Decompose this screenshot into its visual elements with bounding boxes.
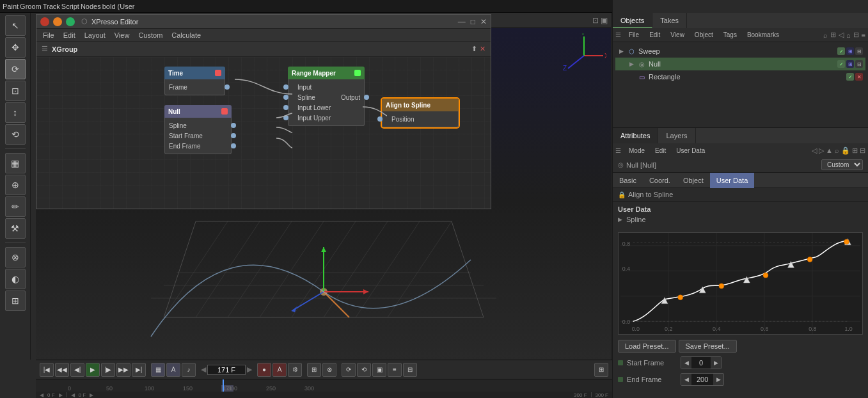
node-time[interactable]: Time Frame [164, 67, 225, 95]
extra-btn-6[interactable]: ≡ [388, 363, 402, 377]
prev-arrow-icon[interactable]: ◀ [201, 365, 206, 374]
port-spline-dot[interactable] [231, 123, 236, 128]
sweep-vis-btn[interactable]: ✓ [837, 47, 845, 55]
attr-search-icon[interactable]: ⌕ [835, 147, 839, 154]
key-btn[interactable]: A [272, 363, 287, 377]
attr-menu-userdata[interactable]: User Data [672, 147, 709, 154]
nav-track[interactable]: Track [43, 3, 60, 10]
nav-script[interactable]: Script [61, 3, 79, 10]
port-input-upper-dot[interactable] [283, 115, 288, 120]
save-preset-button[interactable]: Save Preset... [679, 340, 737, 353]
attr-extra-icon[interactable]: ⊞ [852, 147, 858, 155]
attr-menu-icon[interactable]: ☰ [615, 147, 621, 154]
start-frame-increment[interactable]: ▶ [711, 357, 721, 369]
tool-magnet[interactable]: ⊗ [5, 247, 26, 267]
objects-search-icon[interactable]: ⌕ [823, 31, 828, 39]
objects-extra-icon[interactable]: ⊞ [830, 31, 836, 39]
xpresso-menu-view[interactable]: View [111, 29, 134, 42]
fv-right-arrow1[interactable]: ▶ [59, 392, 63, 398]
nav-nodes[interactable]: Nodes [81, 3, 101, 10]
port-frame-dot[interactable] [225, 84, 230, 90]
null-lock-btn[interactable]: ⊟ [855, 60, 863, 68]
null-link-btn[interactable]: ⊞ [846, 60, 854, 68]
playhead-indicator[interactable] [223, 379, 224, 392]
tab-object[interactable]: Object [677, 173, 710, 188]
start-frame-decrement[interactable]: ◀ [681, 357, 691, 369]
nav-groom[interactable]: Groom [20, 3, 42, 10]
extra-btn-5[interactable]: ▣ [372, 363, 386, 377]
extra-btn-1[interactable]: ⊞ [307, 363, 321, 377]
objects-menu-icon[interactable]: ☰ [615, 31, 621, 38]
mode-btn-1[interactable]: ▦ [151, 363, 165, 377]
tab-objects[interactable]: Objects [613, 13, 652, 28]
load-preset-button[interactable]: Load Preset... [618, 340, 676, 353]
play-btn[interactable]: ▶ [86, 363, 100, 377]
mode-btn-3[interactable]: ♪ [182, 363, 196, 377]
tool-add[interactable]: ⊕ [5, 175, 26, 195]
tab-coord[interactable]: Coord. [643, 173, 677, 188]
frame-counter[interactable]: 171 F [207, 365, 246, 375]
window-max-btn[interactable] [66, 17, 75, 26]
port-startframe-dot[interactable] [231, 133, 236, 138]
tool-mirror[interactable]: ↕ [5, 102, 26, 123]
attr-menu-edit[interactable]: Edit [651, 147, 670, 154]
tool-select[interactable]: ↖ [5, 15, 26, 36]
next-key-btn[interactable]: ▶▶ [116, 363, 130, 377]
prev-key-btn[interactable]: ◀◀ [55, 363, 69, 377]
end-frame-increment[interactable]: ▶ [713, 374, 723, 385]
tab-attributes[interactable]: Attributes [613, 128, 658, 143]
null-vis-btn[interactable]: ✓ [837, 60, 845, 68]
tab-basic[interactable]: Basic [613, 173, 643, 188]
window-close-btn[interactable] [40, 17, 49, 26]
objects-home-icon[interactable]: ⌂ [846, 31, 851, 39]
record-btn[interactable]: ● [257, 363, 271, 377]
extra-right-btn[interactable]: ⊞ [594, 363, 608, 377]
nav-bold-user[interactable]: bold (User [102, 3, 135, 10]
attr-menu-mode[interactable]: Mode [625, 147, 649, 154]
objects-filter-icon[interactable]: ⊟ [853, 31, 859, 39]
nav-paint[interactable]: Paint [3, 3, 19, 10]
xpresso-menu-edit[interactable]: Edit [59, 29, 79, 42]
rect-vis-btn[interactable]: ✓ [846, 73, 854, 81]
port-input-lower-dot[interactable] [283, 105, 288, 110]
obj-menu-object[interactable]: Object [691, 31, 717, 38]
xpresso-canvas[interactable]: Time Frame Null Spline [36, 57, 491, 209]
xpresso-menu-calculate[interactable]: Calculate [168, 29, 205, 42]
win-maximize-icon[interactable]: □ [471, 17, 475, 26]
tool-rotate[interactable]: ⟳ [5, 59, 26, 79]
xgroup-close-icon[interactable]: ✕ [480, 45, 485, 53]
prev-frame-btn[interactable]: ◀| [70, 363, 84, 377]
extra-btn-4[interactable]: ⟲ [357, 363, 371, 377]
tree-item-null[interactable]: ▶ ◎ Null ✓ ⊞ ⊟ [615, 58, 865, 70]
win-close-icon[interactable]: ✕ [480, 17, 487, 26]
port-spline-rm-dot[interactable] [283, 95, 288, 100]
xpresso-menu-file[interactable]: File [39, 29, 58, 42]
next-frame-btn[interactable]: |▶ [101, 363, 115, 377]
next-arrow-icon[interactable]: ▶ [247, 365, 252, 374]
fv-right-arrow2[interactable]: ▶ [90, 392, 93, 398]
viewport-render-icon[interactable]: ▣ [601, 16, 608, 25]
objects-back-icon[interactable]: ◁ [839, 31, 844, 39]
attr-lock-icon[interactable]: 🔒 [841, 147, 850, 155]
tree-item-rectangle[interactable]: ▭ Rectangle ✓ ✕ [615, 70, 865, 83]
ruler-marks-container[interactable]: 0 50 100 150 171 200 250 300 [68, 379, 612, 392]
objects-list-icon[interactable]: ≡ [862, 31, 865, 39]
tree-item-sweep[interactable]: ▶ ⬡ Sweep ✓ ⊞ ⊟ [615, 45, 865, 58]
attr-extra2-icon[interactable]: ⊟ [860, 147, 865, 155]
settings-btn[interactable]: ⚙ [288, 363, 302, 377]
sweep-expand[interactable]: ▶ [618, 48, 624, 54]
attr-back-icon[interactable]: ◁ [812, 147, 817, 155]
rect-del-btn[interactable]: ✕ [855, 73, 863, 81]
extra-btn-3[interactable]: ⟳ [342, 363, 356, 377]
tool-extra[interactable]: ⊞ [5, 291, 26, 311]
win-minimize-icon[interactable]: — [458, 17, 466, 26]
goto-start-btn[interactable]: |◀ [40, 363, 54, 377]
extra-btn-7[interactable]: ⊟ [403, 363, 417, 377]
tab-layers[interactable]: Layers [658, 128, 695, 143]
port-input-in-dot[interactable] [283, 84, 288, 90]
tab-user-data[interactable]: User Data [710, 173, 755, 188]
obj-menu-file[interactable]: File [625, 31, 643, 38]
window-min-btn[interactable] [53, 17, 62, 26]
node-range-mapper[interactable]: Range Mapper Input Spline Output [288, 67, 365, 126]
goto-end-btn[interactable]: ▶| [132, 363, 146, 377]
